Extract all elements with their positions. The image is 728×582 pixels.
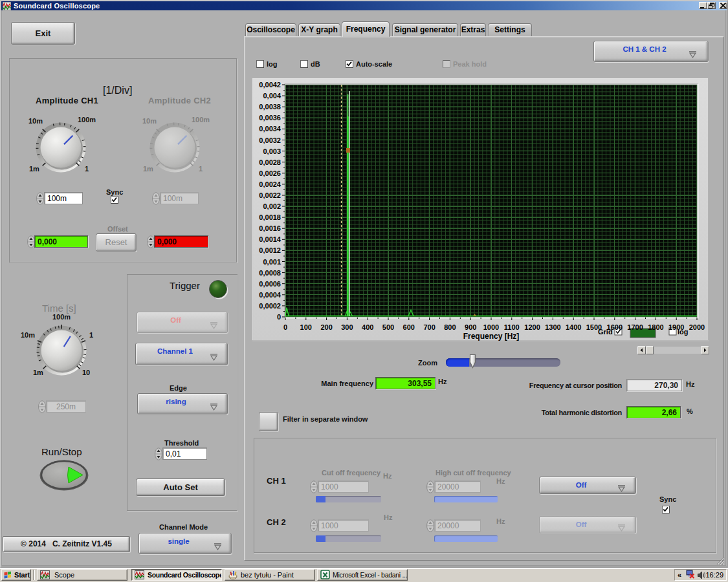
svg-text:0,0034: 0,0034	[259, 125, 281, 133]
svg-text:0,0022: 0,0022	[259, 191, 281, 199]
svg-text:600: 600	[403, 323, 415, 331]
svg-text:0,0024: 0,0024	[259, 180, 281, 188]
svg-text:0,0032: 0,0032	[259, 136, 281, 144]
svg-text:0,004: 0,004	[263, 92, 281, 100]
svg-text:1800: 1800	[648, 323, 663, 331]
svg-text:log: log	[678, 328, 689, 336]
svg-text:0,0018: 0,0018	[259, 213, 281, 221]
svg-text:0,0008: 0,0008	[259, 269, 281, 277]
svg-text:0: 0	[283, 323, 287, 331]
svg-text:0,0036: 0,0036	[259, 114, 281, 122]
svg-text:500: 500	[382, 323, 394, 331]
svg-text:100: 100	[300, 323, 312, 331]
svg-text:1100: 1100	[504, 323, 520, 331]
svg-text:0,0006: 0,0006	[259, 280, 281, 288]
svg-text:Frequency [Hz]: Frequency [Hz]	[463, 332, 520, 341]
svg-text:0,0042: 0,0042	[259, 81, 281, 89]
svg-text:0: 0	[277, 313, 281, 321]
svg-text:0,0012: 0,0012	[259, 246, 281, 254]
svg-text:0,0002: 0,0002	[259, 302, 281, 310]
svg-text:0,0026: 0,0026	[259, 169, 281, 177]
svg-text:0,003: 0,003	[263, 147, 281, 155]
svg-text:1400: 1400	[566, 323, 581, 331]
svg-text:2000: 2000	[689, 323, 705, 331]
svg-text:0,0016: 0,0016	[259, 224, 281, 232]
svg-text:1700: 1700	[627, 323, 643, 331]
svg-text:0,0004: 0,0004	[259, 291, 281, 299]
svg-text:Grid: Grid	[598, 328, 613, 336]
svg-text:0,0014: 0,0014	[259, 235, 281, 243]
svg-text:0,0028: 0,0028	[259, 158, 281, 166]
svg-text:0,0038: 0,0038	[259, 103, 281, 111]
svg-text:400: 400	[362, 323, 373, 331]
svg-text:0,002: 0,002	[263, 202, 281, 210]
svg-text:1300: 1300	[545, 323, 560, 331]
svg-text:300: 300	[341, 323, 353, 331]
svg-text:1200: 1200	[524, 323, 540, 331]
svg-text:0,001: 0,001	[263, 258, 281, 266]
svg-text:200: 200	[320, 323, 332, 331]
svg-text:1000: 1000	[483, 323, 499, 331]
svg-text:700: 700	[423, 323, 435, 331]
svg-text:800: 800	[444, 323, 456, 331]
svg-text:900: 900	[465, 323, 476, 331]
